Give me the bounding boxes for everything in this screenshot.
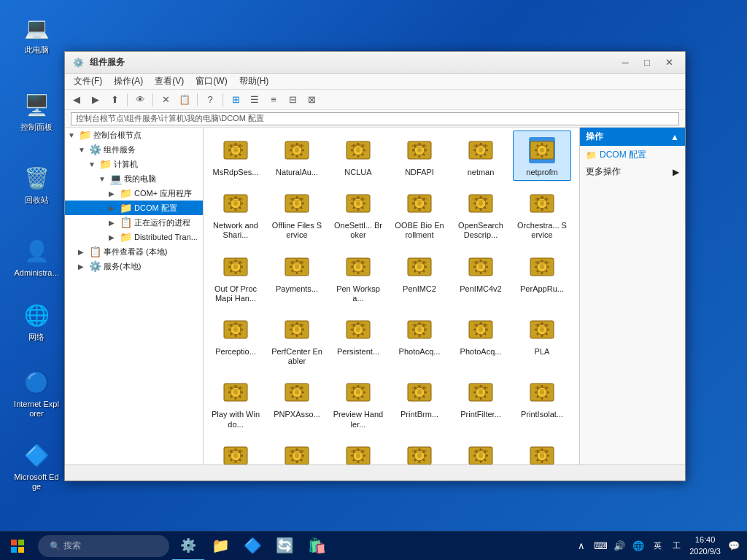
tray-keyboard[interactable]: ⌨	[593, 539, 608, 553]
tree-item-DCOM配置[interactable]: ▶ 📁 DCOM 配置	[65, 201, 203, 215]
taskbar-item-store[interactable]: 🛍️	[301, 532, 333, 561]
view-tiles[interactable]: ⊟	[284, 92, 301, 108]
file-icon-22[interactable]: PhotoAcq...	[390, 310, 449, 370]
file-icon-7[interactable]: Network and Shari...	[206, 184, 265, 244]
file-icon-10[interactable]: OOBE Bio Enrollment	[390, 184, 449, 244]
start-button[interactable]	[0, 532, 35, 561]
file-icon-4[interactable]: NDFAPI	[390, 131, 449, 181]
file-icon-29[interactable]: PrintFilter...	[452, 373, 510, 432]
tree-item-COM+应用程序[interactable]: ▶ 📁 COM+ 应用程序	[65, 186, 203, 201]
tree-item-DistributedTran[interactable]: ▶ 📁 Distributed Tran...	[65, 230, 203, 244]
file-icon-26[interactable]: PNPXAsso...	[268, 373, 326, 432]
help-button[interactable]: ?	[201, 92, 219, 108]
right-panel-expand-icon[interactable]: ▲	[670, 132, 679, 142]
close-button[interactable]: ✕	[659, 55, 679, 71]
tree-item-服务(本地)[interactable]: ▶ ⚙️ 服务(本地)	[65, 259, 203, 273]
tree-item-正在运行的进程[interactable]: ▶ 📋 正在运行的进程	[65, 215, 203, 230]
right-panel-more[interactable]: 更多操作 ▶	[580, 164, 685, 179]
file-icon-img-7	[220, 187, 252, 219]
up-button[interactable]: ⬆	[106, 92, 123, 108]
properties-button[interactable]: 📋	[176, 92, 193, 108]
tray-expand[interactable]: ∧	[574, 539, 589, 553]
taskbar-clock[interactable]: 16:40 2020/9/3	[689, 534, 721, 557]
file-icon-label-12: Orchestra... Service	[516, 221, 568, 240]
svg-line-318	[353, 396, 355, 397]
minimize-button[interactable]: ─	[615, 55, 635, 71]
forward-button[interactable]: ▶	[87, 92, 104, 108]
tree-item-我的电脑[interactable]: ▼ 💻 我的电脑	[65, 171, 203, 186]
svg-line-56	[476, 145, 477, 147]
desktop-icon-ie[interactable]: 🔵Internet Explorer	[10, 365, 63, 421]
file-icon-21[interactable]: Persistent...	[329, 310, 387, 370]
taskbar-item-edge[interactable]: 🔷	[236, 532, 268, 561]
file-icon-19[interactable]: Perceptio...	[206, 310, 265, 370]
file-icon-2[interactable]: NaturalAu...	[268, 131, 326, 181]
desktop-icon-this-pc[interactable]: 💻此电脑	[10, 10, 63, 58]
file-icon-18[interactable]: PerAppRu...	[513, 247, 571, 307]
file-icon-36[interactable]: provsvc.dll	[513, 436, 571, 464]
taskbar-item-file-explorer[interactable]: 📁	[204, 532, 236, 561]
file-icon-33[interactable]: Profile Notificati...	[329, 436, 387, 464]
tree-expand-icon: ▶	[109, 219, 117, 227]
taskbar-search[interactable]: 🔍 搜索	[38, 535, 169, 557]
view-extra[interactable]: ⊠	[303, 92, 320, 108]
menu-view[interactable]: 查看(V)	[149, 74, 190, 89]
view-details[interactable]: ≡	[265, 92, 282, 108]
file-icon-12[interactable]: Orchestra... Service	[513, 184, 571, 244]
tray-lang-en[interactable]: 英	[650, 539, 665, 553]
svg-line-382	[301, 451, 302, 452]
file-icon-35[interactable]: Provisioning Core	[452, 436, 510, 464]
file-icon-32[interactable]: PrintNotify	[268, 436, 326, 464]
file-icon-6[interactable]: netprofm	[513, 131, 571, 181]
tree-item-事件查看器(本地)[interactable]: ▶ 📋 事件查看器 (本地)	[65, 244, 203, 259]
tree-item-控制台根节点[interactable]: ▼ 📁 控制台根节点	[65, 128, 203, 142]
back-button[interactable]: ◀	[68, 92, 85, 108]
taskbar-item-component-services[interactable]: ⚙️	[172, 532, 204, 561]
tree-item-计算机[interactable]: ▼ 📁 计算机	[65, 157, 203, 171]
file-icon-31[interactable]: PrintIsolat...	[206, 436, 265, 464]
menu-file[interactable]: 文件(F)	[68, 74, 108, 89]
file-icon-13[interactable]: Out Of Proc Mapi Han...	[206, 247, 265, 307]
file-icon-34[interactable]: Projection UI	[390, 436, 449, 464]
file-icon-30[interactable]: PrintIsolat...	[513, 373, 571, 432]
menu-window[interactable]: 窗口(W)	[190, 74, 233, 89]
desktop-icon-network[interactable]: 🌐网络	[10, 298, 63, 345]
desktop-icon-control-panel[interactable]: 🖥️控制面板	[10, 88, 63, 135]
menu-help[interactable]: 帮助(H)	[233, 74, 275, 89]
maximize-button[interactable]: □	[637, 55, 657, 71]
file-icon-20[interactable]: PerfCenter Enabler	[268, 310, 326, 370]
file-icon-3[interactable]: NCLUA	[329, 131, 387, 181]
show-hide-button[interactable]: 👁	[131, 92, 149, 108]
tray-volume[interactable]: 🔊	[612, 539, 627, 553]
file-icon-11[interactable]: OpenSearch Descrip...	[452, 184, 510, 244]
file-icon-8[interactable]: Offline Files Service	[268, 184, 326, 244]
menu-action[interactable]: 操作(A)	[108, 74, 149, 89]
tray-network[interactable]: 🌐	[631, 539, 646, 553]
file-icon-1[interactable]: MsRdpSes...	[206, 131, 265, 181]
address-content[interactable]: 控制台根节点\组件服务\计算机\我的电脑\DCOM 配置	[71, 112, 679, 125]
file-icon-27[interactable]: Preview Handler...	[329, 373, 387, 432]
tree-item-组件服务[interactable]: ▼ ⚙️ 组件服务	[65, 142, 203, 157]
file-icon-9[interactable]: OneSettl... Broker	[329, 184, 387, 244]
taskbar-item-windows-update[interactable]: 🔄	[268, 532, 301, 561]
file-icon-25[interactable]: Play with Windo...	[206, 373, 265, 432]
notification-center[interactable]: 💬	[727, 539, 741, 553]
view-list[interactable]: ☰	[246, 92, 263, 108]
file-icon-5[interactable]: netman	[452, 131, 510, 181]
tray-ime[interactable]: 工	[669, 539, 684, 553]
view-large-icons[interactable]: ⊞	[227, 92, 244, 108]
file-icon-16[interactable]: PenIMC2	[390, 247, 449, 307]
file-icon-14[interactable]: Payments...	[268, 247, 326, 307]
desktop-icon-edge[interactable]: 🔷Microsoft Edge	[10, 438, 63, 494]
delete-button[interactable]: ✕	[157, 92, 174, 108]
file-icon-23[interactable]: PhotoAcq...	[452, 310, 510, 370]
file-icon-28[interactable]: PrintBrm...	[390, 373, 449, 432]
svg-point-98	[356, 201, 360, 206]
right-panel-section[interactable]: 📁 DCOM 配置	[580, 146, 685, 164]
file-icon-15[interactable]: Pen Workspa...	[329, 247, 387, 307]
file-icon-24[interactable]: PLA	[513, 310, 571, 370]
svg-line-320	[353, 387, 355, 389]
desktop-icon-recycle-bin[interactable]: 🗑️回收站	[10, 160, 63, 208]
desktop-icon-administrator[interactable]: 👤Administra...	[10, 233, 63, 281]
file-icon-17[interactable]: PenIMC4v2	[452, 247, 510, 307]
